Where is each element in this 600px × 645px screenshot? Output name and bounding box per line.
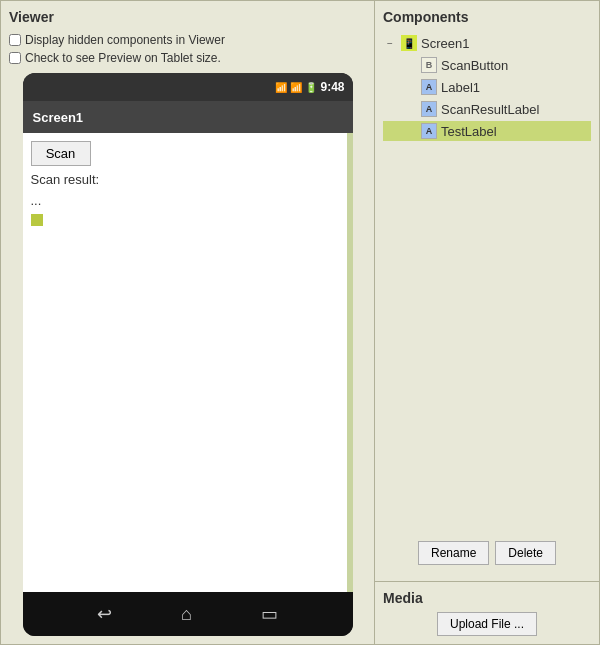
nav-home-icon: ⌂ <box>181 604 192 625</box>
tree-row-testlabel[interactable]: A TestLabel <box>383 121 591 141</box>
tablet-preview-checkbox[interactable] <box>9 52 21 64</box>
test-label-preview <box>31 214 43 226</box>
status-icons: 📶 📶 🔋 9:48 <box>275 80 344 94</box>
checkbox-row-1: Display hidden components in Viewer <box>9 33 366 47</box>
scan-result-label-preview: Scan result: <box>31 172 339 187</box>
tree-row-label1[interactable]: A Label1 <box>383 77 591 97</box>
phone-content: Scan Scan result: ... <box>23 133 353 592</box>
testlabel-icon: A <box>421 123 437 139</box>
upload-file-button[interactable]: Upload File ... <box>437 612 537 636</box>
wifi-icon: 📶 <box>275 82 287 93</box>
testlabel-label: TestLabel <box>441 124 497 139</box>
phone-status-bar: 📶 📶 🔋 9:48 <box>23 73 353 101</box>
delete-button[interactable]: Delete <box>495 541 556 565</box>
hidden-components-checkbox[interactable] <box>9 34 21 46</box>
tree-row-screen1[interactable]: − 📱 Screen1 <box>383 33 591 53</box>
tree-toggle-screen1: − <box>387 38 397 49</box>
label1-label: Label1 <box>441 80 480 95</box>
scanresult-icon: A <box>421 101 437 117</box>
scanbutton-label: ScanButton <box>441 58 508 73</box>
label1-icon: A <box>421 79 437 95</box>
viewer-title: Viewer <box>9 9 366 25</box>
screen1-label: Screen1 <box>421 36 469 51</box>
media-section: Media Upload File ... <box>375 581 599 644</box>
button-icon: B <box>421 57 437 73</box>
tree-row-scanbutton[interactable]: B ScanButton <box>383 55 591 75</box>
phone-mockup: 📶 📶 🔋 9:48 Screen1 Scan Scan result: ...… <box>23 73 353 636</box>
phone-nav-bar: ↩ ⌂ ▭ <box>23 592 353 636</box>
tablet-preview-label: Check to see Preview on Tablet size. <box>25 51 221 65</box>
nav-back-icon: ↩ <box>97 603 112 625</box>
components-title: Components <box>383 9 591 25</box>
signal-icon: 📶 <box>290 82 302 93</box>
nav-recents-icon: ▭ <box>261 603 278 625</box>
components-section: Components − 📱 Screen1 B ScanButton A La… <box>375 1 599 581</box>
scanresultlabel-label: ScanResultLabel <box>441 102 539 117</box>
hidden-components-label: Display hidden components in Viewer <box>25 33 225 47</box>
media-title: Media <box>383 590 591 606</box>
status-time: 9:48 <box>320 80 344 94</box>
dots-label-preview: ... <box>31 193 339 208</box>
checkbox-row-2: Check to see Preview on Tablet size. <box>9 51 366 65</box>
tree-row-scanresultlabel[interactable]: A ScanResultLabel <box>383 99 591 119</box>
phone-screen-title: Screen1 <box>33 110 84 125</box>
scan-button-preview[interactable]: Scan <box>31 141 91 166</box>
battery-icon: 🔋 <box>305 82 317 93</box>
rename-delete-row: Rename Delete <box>383 533 591 573</box>
screen-icon: 📱 <box>401 35 417 51</box>
right-panel: Components − 📱 Screen1 B ScanButton A La… <box>375 0 600 645</box>
rename-button[interactable]: Rename <box>418 541 489 565</box>
viewer-panel: Viewer Display hidden components in View… <box>0 0 375 645</box>
component-tree: − 📱 Screen1 B ScanButton A Label1 <box>383 33 591 533</box>
phone-title-bar: Screen1 <box>23 101 353 133</box>
